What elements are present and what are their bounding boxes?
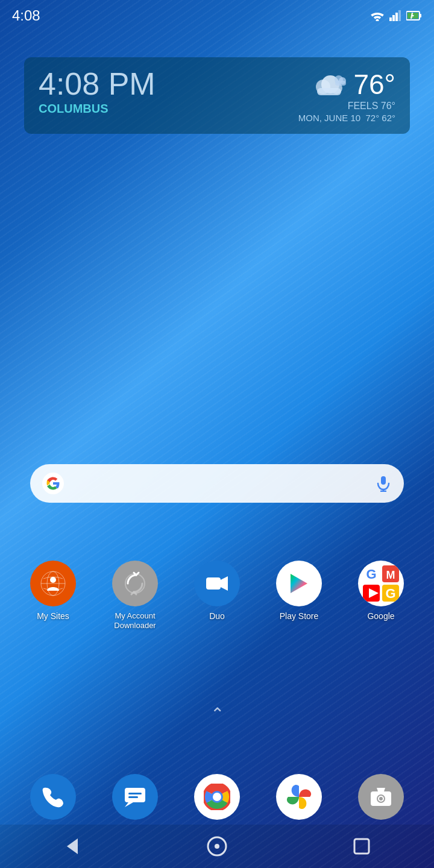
svg-rect-18 <box>381 476 386 485</box>
duo-label: Duo <box>209 611 225 621</box>
myaccount-icon <box>112 561 158 606</box>
camera-icon <box>370 785 392 808</box>
google-app-icon: G M G <box>358 561 404 606</box>
up-arrow[interactable]: ⌃ <box>210 704 224 724</box>
mysites-label: My Sites <box>37 611 69 621</box>
svg-point-51 <box>215 844 219 849</box>
back-arrow-icon <box>63 837 81 855</box>
mic-icon[interactable] <box>375 475 392 492</box>
myaccount-label: My Account Downloader <box>114 611 156 630</box>
recents-button[interactable] <box>344 828 380 864</box>
playstore-label: Play Store <box>280 611 319 621</box>
wifi-icon <box>370 10 385 21</box>
weather-cloud-icon <box>310 71 346 98</box>
search-input[interactable] <box>71 477 375 490</box>
downloader-icon <box>122 570 148 597</box>
svg-rect-1 <box>389 17 392 21</box>
status-time: 4:08 <box>12 7 40 24</box>
nav-bar <box>0 825 434 868</box>
weather-left: 4:08 PM COLUMBUS <box>39 68 156 116</box>
weather-temperature: 76° <box>353 68 395 101</box>
duo-icon <box>194 561 240 606</box>
google-pinwheel-icon: G M G <box>363 565 399 602</box>
weather-date: MON, JUNE 10 72° 62° <box>298 113 395 123</box>
app-playstore[interactable]: Play Store <box>266 561 332 621</box>
play-store-triangle-icon <box>286 570 312 597</box>
svg-text:M: M <box>386 569 395 581</box>
svg-rect-36 <box>125 788 145 802</box>
svg-marker-27 <box>221 576 228 591</box>
signal-icon <box>389 10 401 21</box>
svg-point-48 <box>379 797 383 800</box>
globe-icon <box>40 570 66 597</box>
app-duo[interactable]: Duo <box>184 561 250 621</box>
battery-icon <box>406 10 422 21</box>
svg-marker-49 <box>67 838 78 854</box>
bottom-dock <box>0 774 434 820</box>
svg-rect-16 <box>335 81 346 86</box>
weather-feels: FEELS 76° <box>348 101 395 112</box>
weather-widget[interactable]: 4:08 PM COLUMBUS 76° FEELS 76° <box>24 57 410 134</box>
svg-text:G: G <box>366 567 376 582</box>
home-button[interactable] <box>199 828 235 864</box>
svg-text:G: G <box>385 586 395 601</box>
svg-rect-39 <box>128 796 138 798</box>
weather-time: 4:08 PM <box>39 68 156 99</box>
app-mysites[interactable]: My Sites <box>20 561 86 621</box>
weather-top: 4:08 PM COLUMBUS 76° FEELS 76° <box>39 68 395 123</box>
photos-icon <box>286 784 312 810</box>
search-bar[interactable] <box>30 464 404 503</box>
app-row: My Sites My Account Downloader Duo <box>0 561 434 630</box>
dock-chrome[interactable] <box>194 774 240 820</box>
google-label: Google <box>367 611 394 621</box>
app-google[interactable]: G M G Google <box>348 561 414 621</box>
svg-point-24 <box>50 577 56 583</box>
dock-camera[interactable] <box>358 774 404 820</box>
svg-rect-26 <box>206 577 221 590</box>
svg-marker-37 <box>125 802 133 807</box>
chrome-icon <box>204 784 230 810</box>
home-circle-icon <box>207 836 227 857</box>
weather-right: 76° FEELS 76° MON, JUNE 10 72° 62° <box>298 68 395 123</box>
svg-rect-52 <box>354 839 369 854</box>
svg-rect-3 <box>395 13 398 21</box>
svg-rect-38 <box>128 793 142 794</box>
svg-marker-45 <box>377 788 385 791</box>
back-button[interactable] <box>54 828 90 864</box>
svg-point-43 <box>213 793 221 801</box>
status-icons <box>370 10 422 21</box>
playstore-icon <box>276 561 322 606</box>
dock-phone[interactable] <box>30 774 76 820</box>
svg-rect-2 <box>392 15 395 21</box>
svg-rect-13 <box>317 88 341 95</box>
duo-video-icon <box>204 570 230 597</box>
messages-icon <box>124 785 146 808</box>
weather-temp-row: 76° <box>310 68 395 101</box>
mysites-icon <box>30 561 76 606</box>
svg-rect-6 <box>420 14 421 17</box>
google-logo <box>42 473 64 494</box>
dock-photos[interactable] <box>276 774 322 820</box>
svg-point-0 <box>376 19 379 22</box>
phone-icon <box>42 785 64 808</box>
app-myaccount[interactable]: My Account Downloader <box>102 561 168 630</box>
status-bar: 4:08 <box>0 0 434 31</box>
svg-rect-4 <box>398 10 401 21</box>
dock-messages[interactable] <box>112 774 158 820</box>
weather-city: COLUMBUS <box>39 102 156 116</box>
recents-square-icon <box>353 837 371 855</box>
